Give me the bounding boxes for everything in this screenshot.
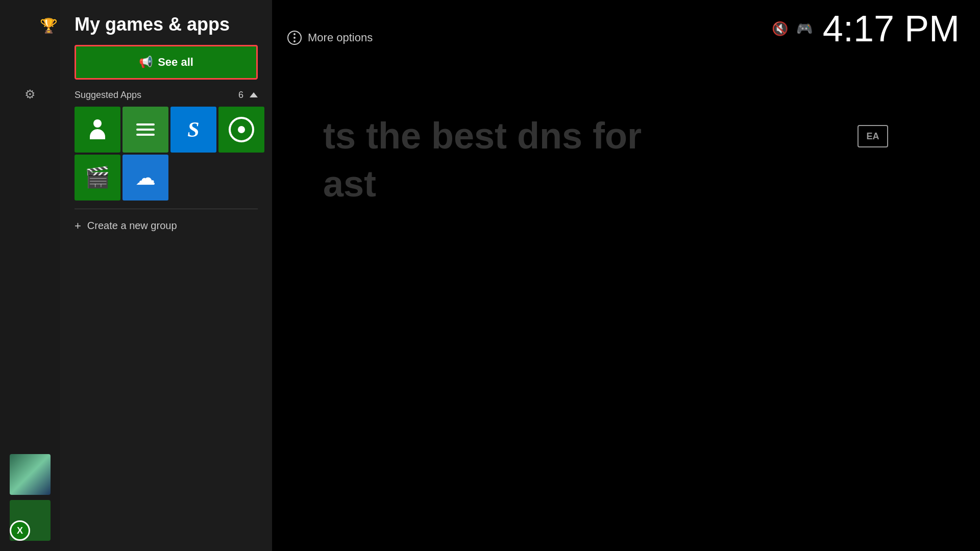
top-bar: 🔇 🎮 4:17 PM xyxy=(772,10,960,47)
divider xyxy=(75,209,258,209)
create-group-button[interactable]: + Create a new group xyxy=(60,219,272,233)
create-group-label: Create a new group xyxy=(87,220,177,232)
suggested-header: Suggested Apps 6 xyxy=(60,90,272,107)
thumbnail-xbox[interactable]: X xyxy=(10,500,51,541)
bg-text-line1: ts the best dns for xyxy=(323,112,642,160)
cloud-icon: ☁ xyxy=(135,166,156,189)
games-apps-panel: My games & apps 📢 See all Suggested Apps… xyxy=(60,0,272,551)
see-all-label: See all xyxy=(158,56,193,69)
options-dots xyxy=(293,33,296,42)
system-icons: 🔇 🎮 xyxy=(772,21,813,37)
app-grid: S 🎬 ☁ xyxy=(60,107,272,209)
more-options-button[interactable]: More options xyxy=(287,31,373,45)
panel-header: My games & apps xyxy=(60,0,272,45)
controller-icon: 🎮 xyxy=(796,21,813,37)
background-text: ts the best dns for ast xyxy=(323,112,642,208)
lines-icon xyxy=(136,123,155,136)
left-sidebar: 🏆 ⚙ X xyxy=(0,0,60,551)
see-all-icon: 📢 xyxy=(139,56,153,69)
time-display: 4:17 PM xyxy=(823,10,960,47)
gear-icon: ⚙ xyxy=(17,82,43,107)
ea-badge: EA xyxy=(857,125,888,147)
person-icon xyxy=(87,119,108,140)
groove-icon xyxy=(229,117,254,142)
app-tile-groove[interactable] xyxy=(218,107,264,153)
chevron-up-icon[interactable] xyxy=(250,92,258,97)
plus-icon: + xyxy=(75,219,81,233)
app-tile-avatar[interactable] xyxy=(75,107,120,153)
suggested-count: 6 xyxy=(238,90,243,101)
skype-icon: S xyxy=(187,117,199,142)
more-options-icon xyxy=(287,31,302,45)
xbox-logo: X xyxy=(10,520,30,541)
ea-text: EA xyxy=(866,131,879,142)
suggested-label: Suggested Apps xyxy=(75,90,141,101)
panel-title: My games & apps xyxy=(75,14,258,35)
mic-off-icon: 🔇 xyxy=(772,21,788,37)
film-icon: 🎬 xyxy=(85,165,110,189)
app-tile-onedrive[interactable]: ☁ xyxy=(122,155,168,201)
app-tile-movies[interactable]: 🎬 xyxy=(75,155,120,201)
more-options-label: More options xyxy=(308,31,373,44)
thumbnail-nature[interactable] xyxy=(10,454,51,495)
see-all-button[interactable]: 📢 See all xyxy=(75,45,258,80)
app-tile-skype[interactable]: S xyxy=(170,107,216,153)
trophy-icon: 🏆 xyxy=(36,13,61,38)
right-content: More options 🔇 🎮 4:17 PM ts the best dns… xyxy=(272,0,980,551)
app-tile-menu[interactable] xyxy=(122,107,168,153)
bg-text-line2: ast xyxy=(323,160,642,208)
suggested-right: 6 xyxy=(238,90,258,101)
